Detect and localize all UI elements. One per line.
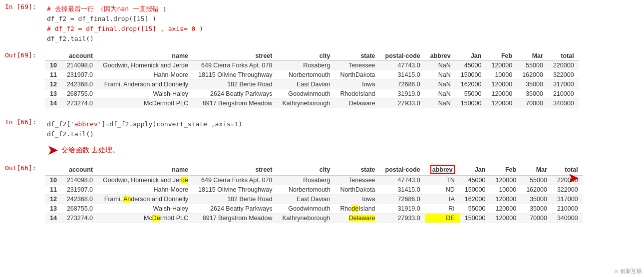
- td-street: 8917 Bergstrom Meadow: [193, 98, 277, 108]
- td-total: 210000: [548, 89, 579, 98]
- td-postal: 27933.0: [380, 213, 425, 223]
- td-total: 340000: [552, 213, 583, 223]
- th-feb: Feb: [490, 164, 521, 176]
- table-row: 10 214098.0 Goodwin, Homenick and Jerde …: [45, 175, 583, 185]
- td-abbrev: RI: [425, 204, 460, 213]
- td-name: McDermott PLC: [98, 213, 193, 223]
- td-jan: 55000: [460, 204, 491, 213]
- td-name: Goodwin, Homenick and Jerde: [98, 175, 193, 185]
- td-account: 231907.0: [62, 70, 98, 79]
- table-row: 12 242368.0 Frami, Anderson and Donnelly…: [45, 79, 579, 89]
- td-account: 214098.0: [62, 175, 98, 185]
- td-city: Goodwinmouth: [277, 89, 335, 98]
- td-postal: 27933.0: [380, 98, 425, 108]
- td-jan: 150000: [460, 185, 491, 194]
- cell-66: In [66]: df_f2['abbrev']=df_f2.apply(con…: [0, 115, 644, 161]
- td-state: NorthDakota: [335, 185, 380, 194]
- td-abbrev: TN: [425, 175, 460, 185]
- td-mar: 35000: [521, 204, 552, 213]
- td-postal: 31415.0: [380, 185, 425, 194]
- th-account: account: [62, 51, 98, 61]
- td-mar: 162000: [521, 185, 552, 194]
- table-row: 11 231907.0 Hahn-Moore 18115 Olivine Thr…: [45, 70, 579, 79]
- td-account: 214098.0: [62, 60, 98, 70]
- td-street: 8917 Bergstrom Meadow: [193, 213, 277, 223]
- td-index: 12: [45, 79, 62, 89]
- td-feb: 120000: [486, 89, 517, 98]
- td-name: Goodwin, Homenick and Jerde: [98, 60, 193, 70]
- td-city: Goodwinmouth: [277, 204, 335, 213]
- td-abbrev: NaN: [425, 70, 456, 79]
- td-state: Delaware: [335, 98, 380, 108]
- td-index: 14: [45, 98, 62, 108]
- td-street: 649 Cierra Forks Apt. 078: [193, 175, 277, 185]
- th-abbrev-highlighted: abbrev: [425, 164, 460, 176]
- td-name: Frami, Anderson and Donnelly: [98, 194, 193, 204]
- td-mar: 35000: [517, 89, 548, 98]
- table-body-66: 10 214098.0 Goodwin, Homenick and Jerde …: [45, 175, 583, 223]
- code-line-2: df_f2 = df_final.drop([15] ): [47, 14, 644, 24]
- table-row: 12 242368.0 Frami, Anderson and Donnelly…: [45, 194, 583, 204]
- table-wrapper-66: account name street city state postal-co…: [45, 164, 644, 223]
- table-header-row-66: account name street city state postal-co…: [45, 164, 583, 176]
- td-city: East Davian: [277, 194, 335, 204]
- td-postal: 31919.0: [380, 204, 425, 213]
- td-mar: 55000: [517, 60, 548, 70]
- td-total: 340000: [548, 98, 579, 108]
- table-wrapper-69: account name street city state postal-co…: [45, 51, 644, 108]
- td-state: Tenessee: [335, 60, 380, 70]
- table-row: 13 268755.0 Walsh-Haley 2624 Beatty Park…: [45, 89, 579, 98]
- td-total: 210000: [552, 204, 583, 213]
- th-street: street: [193, 51, 277, 61]
- td-abbrev: NaN: [425, 98, 456, 108]
- td-state: RhodeIsland: [335, 204, 380, 213]
- code-line-66-1: df_f2['abbrev']=df_f2.apply(convert_stat…: [47, 119, 644, 129]
- td-feb: 10000: [486, 70, 517, 79]
- td-index: 13: [45, 204, 62, 213]
- td-jan: 162000: [456, 79, 487, 89]
- code-content-66: df_f2['abbrev']=df_f2.apply(convert_stat…: [45, 115, 644, 161]
- code-line-4: df_f2.tail(): [47, 34, 644, 44]
- table-body-69: 10 214098.0 Goodwin, Homenick and Jerde …: [45, 60, 579, 108]
- table-row: 10 214098.0 Goodwin, Homenick and Jerde …: [45, 60, 579, 70]
- td-mar: 35000: [517, 79, 548, 89]
- td-jan: 45000: [460, 175, 491, 185]
- td-index: 14: [45, 213, 62, 223]
- td-account: 268755.0: [62, 89, 98, 98]
- td-street: 2624 Beatty Parkways: [193, 204, 277, 213]
- th-city: city: [277, 164, 335, 176]
- th-name: name: [98, 164, 193, 176]
- td-state: Iowa: [335, 194, 380, 204]
- td-name: Frami, Anderson and Donnelly: [98, 79, 193, 89]
- td-feb: 120000: [490, 194, 521, 204]
- td-abbrev: NaN: [425, 60, 456, 70]
- td-street: 182 Bertie Road: [193, 79, 277, 89]
- td-account: 273274.0: [62, 213, 98, 223]
- td-city: Norbertomouth: [277, 185, 335, 194]
- th-abbrev: abbrev: [425, 51, 456, 61]
- td-city: Kathryneborough: [277, 98, 335, 108]
- in-label-69: In [69]:: [0, 0, 45, 48]
- td-postal: 31415.0: [380, 70, 425, 79]
- td-mar: 55000: [521, 175, 552, 185]
- th-postal-code: postal-code: [380, 51, 425, 61]
- td-mar: 35000: [521, 194, 552, 204]
- th-city: city: [277, 51, 335, 61]
- td-mar: 70000: [517, 98, 548, 108]
- td-index: 13: [45, 89, 62, 98]
- td-total: 317000: [552, 194, 583, 204]
- th-postal-code: postal-code: [380, 164, 425, 176]
- td-state: Tenessee: [335, 175, 380, 185]
- code-line-66-2: df_f2.tail(): [47, 129, 644, 139]
- cell-out-69: Out[69]: account name street city state …: [0, 48, 644, 111]
- out-label-66: Out[66]:: [0, 161, 45, 226]
- td-postal: 72686.0: [380, 79, 425, 89]
- td-jan: 45000: [456, 60, 487, 70]
- td-index: 11: [45, 185, 62, 194]
- th-name: name: [98, 51, 193, 61]
- code-line-3: # df_f2 = df_final.drop([15] , axis= 0 ): [47, 24, 644, 34]
- cell-out-66: Out[66]: account name street city state …: [0, 161, 644, 226]
- td-city: Rosaberg: [277, 175, 335, 185]
- td-mar: 162000: [517, 70, 548, 79]
- arrow-left-icon: ➤: [47, 143, 58, 157]
